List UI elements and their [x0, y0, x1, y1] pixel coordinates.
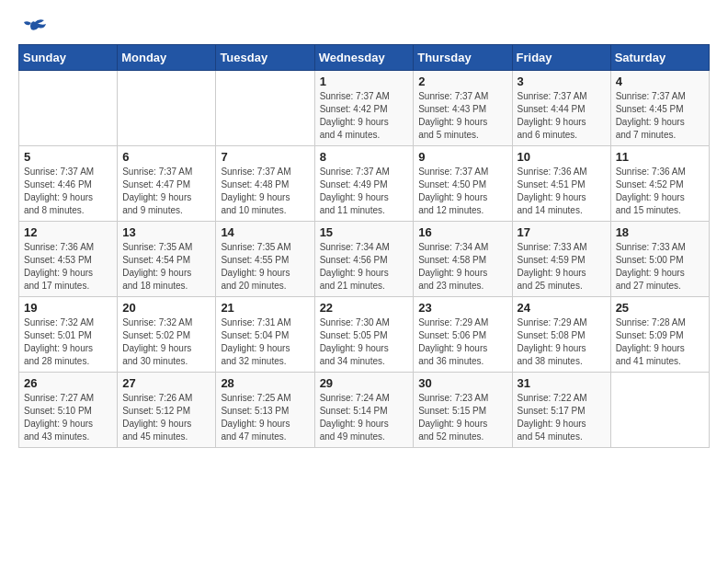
calendar-cell: 24Sunrise: 7:29 AM Sunset: 5:08 PM Dayli…: [512, 297, 610, 373]
day-info: Sunrise: 7:23 AM Sunset: 5:15 PM Dayligh…: [418, 392, 506, 443]
day-info: Sunrise: 7:33 AM Sunset: 5:00 PM Dayligh…: [616, 241, 704, 293]
calendar-cell: 26Sunrise: 7:27 AM Sunset: 5:10 PM Dayli…: [19, 373, 118, 448]
calendar-week-row: 12Sunrise: 7:36 AM Sunset: 4:53 PM Dayli…: [19, 222, 710, 297]
day-info: Sunrise: 7:35 AM Sunset: 4:55 PM Dayligh…: [221, 241, 309, 293]
calendar-cell: 31Sunrise: 7:22 AM Sunset: 5:17 PM Dayli…: [512, 373, 610, 448]
day-info: Sunrise: 7:37 AM Sunset: 4:46 PM Dayligh…: [24, 166, 112, 217]
page-header: [18, 18, 710, 35]
day-number: 5: [24, 150, 112, 164]
day-number: 11: [616, 150, 704, 164]
day-info: Sunrise: 7:29 AM Sunset: 5:06 PM Dayligh…: [418, 316, 506, 368]
day-info: Sunrise: 7:36 AM Sunset: 4:53 PM Dayligh…: [24, 241, 112, 293]
calendar-table: SundayMondayTuesdayWednesdayThursdayFrid…: [18, 44, 710, 448]
day-info: Sunrise: 7:28 AM Sunset: 5:09 PM Dayligh…: [616, 316, 704, 368]
calendar-week-row: 1Sunrise: 7:37 AM Sunset: 4:42 PM Daylig…: [19, 71, 710, 146]
day-number: 13: [122, 225, 210, 239]
day-info: Sunrise: 7:37 AM Sunset: 4:47 PM Dayligh…: [122, 166, 210, 217]
day-number: 22: [320, 301, 409, 315]
calendar-cell: 4Sunrise: 7:37 AM Sunset: 4:45 PM Daylig…: [610, 71, 709, 146]
logo-bird-icon: [22, 18, 48, 39]
day-number: 14: [221, 225, 309, 239]
day-info: Sunrise: 7:27 AM Sunset: 5:10 PM Dayligh…: [24, 392, 112, 443]
weekday-header: Friday: [512, 45, 610, 71]
calendar-cell: 25Sunrise: 7:28 AM Sunset: 5:09 PM Dayli…: [610, 297, 709, 373]
calendar-cell: 12Sunrise: 7:36 AM Sunset: 4:53 PM Dayli…: [19, 222, 118, 297]
day-number: 3: [518, 75, 606, 88]
calendar-cell: 23Sunrise: 7:29 AM Sunset: 5:06 PM Dayli…: [414, 297, 512, 373]
day-number: 2: [418, 75, 506, 88]
calendar-cell: 9Sunrise: 7:37 AM Sunset: 4:50 PM Daylig…: [414, 146, 512, 222]
day-info: Sunrise: 7:26 AM Sunset: 5:12 PM Dayligh…: [122, 392, 210, 443]
day-number: 8: [320, 150, 409, 164]
day-number: 25: [616, 301, 704, 315]
calendar-cell: 13Sunrise: 7:35 AM Sunset: 4:54 PM Dayli…: [118, 222, 216, 297]
calendar-cell: [216, 71, 314, 146]
day-info: Sunrise: 7:37 AM Sunset: 4:43 PM Dayligh…: [418, 90, 506, 142]
day-number: 28: [221, 376, 309, 390]
day-info: Sunrise: 7:25 AM Sunset: 5:13 PM Dayligh…: [221, 392, 309, 443]
day-number: 6: [122, 150, 210, 164]
calendar-cell: 20Sunrise: 7:32 AM Sunset: 5:02 PM Dayli…: [118, 297, 216, 373]
day-info: Sunrise: 7:32 AM Sunset: 5:01 PM Dayligh…: [24, 316, 112, 368]
calendar-cell: 6Sunrise: 7:37 AM Sunset: 4:47 PM Daylig…: [118, 146, 216, 222]
day-info: Sunrise: 7:33 AM Sunset: 4:59 PM Dayligh…: [518, 241, 606, 293]
calendar-cell: 30Sunrise: 7:23 AM Sunset: 5:15 PM Dayli…: [414, 373, 512, 448]
calendar-cell: 17Sunrise: 7:33 AM Sunset: 4:59 PM Dayli…: [512, 222, 610, 297]
calendar-cell: 22Sunrise: 7:30 AM Sunset: 5:05 PM Dayli…: [314, 297, 414, 373]
day-number: 27: [122, 376, 210, 390]
day-info: Sunrise: 7:36 AM Sunset: 4:52 PM Dayligh…: [616, 166, 704, 217]
calendar-cell: [118, 71, 216, 146]
calendar-cell: 18Sunrise: 7:33 AM Sunset: 5:00 PM Dayli…: [610, 222, 709, 297]
day-number: 26: [24, 376, 112, 390]
day-number: 23: [418, 301, 506, 315]
day-info: Sunrise: 7:35 AM Sunset: 4:54 PM Dayligh…: [122, 241, 210, 293]
day-number: 31: [518, 376, 606, 390]
calendar-week-row: 5Sunrise: 7:37 AM Sunset: 4:46 PM Daylig…: [19, 146, 710, 222]
day-number: 18: [616, 225, 704, 239]
calendar-cell: 15Sunrise: 7:34 AM Sunset: 4:56 PM Dayli…: [314, 222, 414, 297]
calendar-cell: 11Sunrise: 7:36 AM Sunset: 4:52 PM Dayli…: [610, 146, 709, 222]
weekday-header: Saturday: [610, 45, 709, 71]
weekday-header: Tuesday: [216, 45, 314, 71]
calendar-cell: [610, 373, 709, 448]
weekday-header: Monday: [118, 45, 216, 71]
calendar-week-row: 26Sunrise: 7:27 AM Sunset: 5:10 PM Dayli…: [19, 373, 710, 448]
day-number: 24: [518, 301, 606, 315]
calendar-cell: 2Sunrise: 7:37 AM Sunset: 4:43 PM Daylig…: [414, 71, 512, 146]
weekday-header: Sunday: [19, 45, 118, 71]
calendar-header: SundayMondayTuesdayWednesdayThursdayFrid…: [19, 45, 710, 71]
day-info: Sunrise: 7:37 AM Sunset: 4:50 PM Dayligh…: [418, 166, 506, 217]
day-number: 15: [320, 225, 409, 239]
calendar-cell: 10Sunrise: 7:36 AM Sunset: 4:51 PM Dayli…: [512, 146, 610, 222]
day-number: 30: [418, 376, 506, 390]
day-info: Sunrise: 7:29 AM Sunset: 5:08 PM Dayligh…: [518, 316, 606, 368]
calendar-cell: 21Sunrise: 7:31 AM Sunset: 5:04 PM Dayli…: [216, 297, 314, 373]
day-info: Sunrise: 7:37 AM Sunset: 4:44 PM Dayligh…: [518, 90, 606, 142]
day-number: 19: [24, 301, 112, 315]
day-number: 10: [518, 150, 606, 164]
weekday-header: Wednesday: [314, 45, 414, 71]
calendar-cell: 5Sunrise: 7:37 AM Sunset: 4:46 PM Daylig…: [19, 146, 118, 222]
calendar-week-row: 19Sunrise: 7:32 AM Sunset: 5:01 PM Dayli…: [19, 297, 710, 373]
day-info: Sunrise: 7:37 AM Sunset: 4:45 PM Dayligh…: [616, 90, 704, 142]
calendar-cell: [19, 71, 118, 146]
day-number: 1: [320, 75, 409, 88]
calendar-cell: 7Sunrise: 7:37 AM Sunset: 4:48 PM Daylig…: [216, 146, 314, 222]
day-info: Sunrise: 7:34 AM Sunset: 4:56 PM Dayligh…: [320, 241, 409, 293]
day-info: Sunrise: 7:37 AM Sunset: 4:42 PM Dayligh…: [320, 90, 409, 142]
day-number: 9: [418, 150, 506, 164]
day-info: Sunrise: 7:22 AM Sunset: 5:17 PM Dayligh…: [518, 392, 606, 443]
calendar-cell: 14Sunrise: 7:35 AM Sunset: 4:55 PM Dayli…: [216, 222, 314, 297]
calendar-cell: 8Sunrise: 7:37 AM Sunset: 4:49 PM Daylig…: [314, 146, 414, 222]
calendar-cell: 27Sunrise: 7:26 AM Sunset: 5:12 PM Dayli…: [118, 373, 216, 448]
day-info: Sunrise: 7:31 AM Sunset: 5:04 PM Dayligh…: [221, 316, 309, 368]
calendar-cell: 28Sunrise: 7:25 AM Sunset: 5:13 PM Dayli…: [216, 373, 314, 448]
day-number: 4: [616, 75, 704, 88]
calendar-cell: 16Sunrise: 7:34 AM Sunset: 4:58 PM Dayli…: [414, 222, 512, 297]
calendar-cell: 3Sunrise: 7:37 AM Sunset: 4:44 PM Daylig…: [512, 71, 610, 146]
day-number: 16: [418, 225, 506, 239]
day-number: 21: [221, 301, 309, 315]
day-info: Sunrise: 7:24 AM Sunset: 5:14 PM Dayligh…: [320, 392, 409, 443]
day-number: 20: [122, 301, 210, 315]
day-number: 7: [221, 150, 309, 164]
